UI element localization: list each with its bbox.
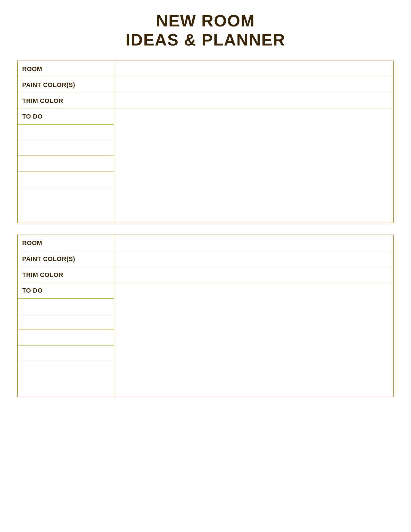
trim-row-2: TRIM COLOR [18, 267, 393, 283]
room-value-2[interactable] [114, 235, 393, 251]
paint-row-2: PAINT COLOR(S) [18, 251, 393, 267]
page: NEW ROOM IDEAS & PLANNER ROOM PAINT COLO… [17, 11, 394, 409]
room-row-2: ROOM [18, 235, 393, 251]
paint-row-1: PAINT COLOR(S) [18, 77, 393, 93]
todo-left-row-1-2[interactable] [18, 125, 114, 140]
room-row-1: ROOM [18, 61, 393, 77]
room-value-1[interactable] [114, 61, 393, 77]
trim-row-1: TRIM COLOR [18, 93, 393, 109]
todo-left-row-2-4[interactable] [18, 330, 114, 345]
room-label-cell-2: ROOM [18, 235, 114, 251]
todo-left-row-2-2[interactable] [18, 299, 114, 314]
todo-label-2: TO DO [22, 287, 43, 294]
trim-label-2: TRIM COLOR [22, 271, 63, 279]
todo-left-row-1-3[interactable] [18, 140, 114, 156]
todo-left-1: TO DO [18, 109, 114, 223]
section-2: ROOM PAINT COLOR(S) TRIM COLOR TO DO [17, 235, 394, 397]
todo-left-2: TO DO [18, 283, 114, 397]
todo-label-row-1: TO DO [18, 109, 114, 125]
todo-left-row-2-3[interactable] [18, 314, 114, 330]
paint-value-2[interactable] [114, 251, 393, 267]
paint-label-cell-1: PAINT COLOR(S) [18, 77, 114, 93]
trim-label-cell-2: TRIM COLOR [18, 267, 114, 283]
room-label-1: ROOM [22, 65, 42, 73]
paint-value-1[interactable] [114, 77, 393, 93]
todo-right-1[interactable] [114, 109, 393, 223]
page-title: NEW ROOM IDEAS & PLANNER [17, 11, 394, 49]
paint-label-cell-2: PAINT COLOR(S) [18, 251, 114, 267]
todo-left-row-1-5[interactable] [18, 171, 114, 187]
trim-value-2[interactable] [114, 267, 393, 283]
todo-right-2[interactable] [114, 283, 393, 397]
room-label-cell-1: ROOM [18, 61, 114, 77]
todo-group-1: TO DO [18, 109, 393, 223]
paint-label-2: PAINT COLOR(S) [22, 255, 75, 263]
paint-label-1: PAINT COLOR(S) [22, 81, 75, 89]
todo-left-row-1-6[interactable] [18, 187, 114, 203]
todo-label-1: TO DO [22, 113, 43, 120]
todo-left-row-1-4[interactable] [18, 156, 114, 171]
room-label-2: ROOM [22, 239, 42, 247]
section-1: ROOM PAINT COLOR(S) TRIM COLOR TO DO [17, 61, 394, 223]
trim-value-1[interactable] [114, 93, 393, 109]
trim-label-cell-1: TRIM COLOR [18, 93, 114, 109]
todo-label-row-2: TO DO [18, 283, 114, 299]
trim-label-1: TRIM COLOR [22, 97, 63, 105]
todo-left-row-2-5[interactable] [18, 345, 114, 361]
todo-group-2: TO DO [18, 283, 393, 397]
todo-left-row-2-6[interactable] [18, 361, 114, 377]
